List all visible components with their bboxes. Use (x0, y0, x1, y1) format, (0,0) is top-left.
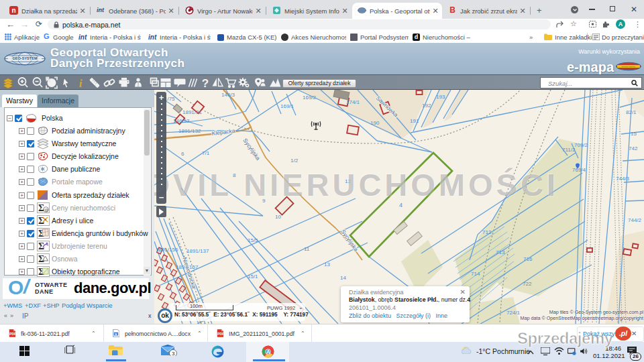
svg-text:744/2: 744/2 (628, 217, 642, 223)
svg-text:15: 15 (631, 131, 637, 137)
svg-text:712: 712 (482, 229, 492, 235)
svg-text:A: A (266, 349, 270, 354)
svg-text:1891/31: 1891/31 (182, 109, 202, 115)
svg-text:15/1: 15/1 (248, 274, 258, 280)
svg-text:3: 3 (172, 351, 175, 356)
svg-text:7/1: 7/1 (202, 150, 210, 156)
svg-text:1891/137: 1891/137 (186, 248, 209, 254)
svg-text:146/53: 146/53 (173, 118, 190, 124)
svg-text:geoportal powiatowy: geoportal powiatowy (622, 66, 636, 67)
svg-text:722: 722 (523, 281, 532, 287)
svg-text:PDF: PDF (9, 332, 15, 336)
svg-text:14: 14 (340, 275, 346, 281)
svg-text:6: 6 (181, 151, 184, 157)
svg-text:193: 193 (436, 94, 445, 100)
svg-text:716: 716 (523, 256, 533, 262)
svg-text:713: 713 (496, 249, 505, 255)
svg-text:191: 191 (410, 118, 419, 124)
svg-text:192: 192 (422, 103, 431, 109)
svg-text:Sycylijska: Sycylijska (339, 228, 360, 253)
svg-text:709/2: 709/2 (574, 142, 588, 148)
svg-text:1891/132: 1891/132 (178, 128, 201, 134)
svg-text:GEO-SYSTEM: GEO-SYSTEM (12, 56, 37, 60)
svg-text:714: 714 (471, 271, 480, 277)
svg-text:1891/156: 1891/156 (156, 247, 178, 253)
svg-text:82/1: 82/1 (626, 109, 637, 115)
svg-text:711/2: 711/2 (562, 147, 576, 153)
svg-text:190: 190 (370, 120, 380, 126)
svg-text:169/2: 169/2 (303, 95, 317, 101)
svg-text:11: 11 (304, 246, 310, 252)
svg-text:i: i (79, 77, 83, 90)
svg-text:W: W (115, 333, 117, 336)
svg-text:174/1: 174/1 (346, 99, 360, 105)
svg-text:13: 13 (324, 261, 330, 267)
svg-text:?: ? (202, 77, 209, 90)
svg-text:PDF: PDF (217, 332, 223, 336)
svg-text:@: @ (45, 208, 49, 212)
svg-text:742: 742 (629, 145, 638, 152)
svg-text:15/5: 15/5 (248, 237, 258, 243)
svg-text:10: 10 (275, 214, 281, 220)
svg-text:146/3: 146/3 (221, 92, 235, 98)
svg-text:Klepacka: Klepacka (211, 127, 235, 137)
svg-text:1/2: 1/2 (290, 158, 299, 164)
svg-text:Sycylijska: Sycylijska (241, 137, 262, 162)
svg-text:169/1: 169/1 (280, 103, 294, 109)
svg-text:724/1: 724/1 (506, 310, 521, 316)
